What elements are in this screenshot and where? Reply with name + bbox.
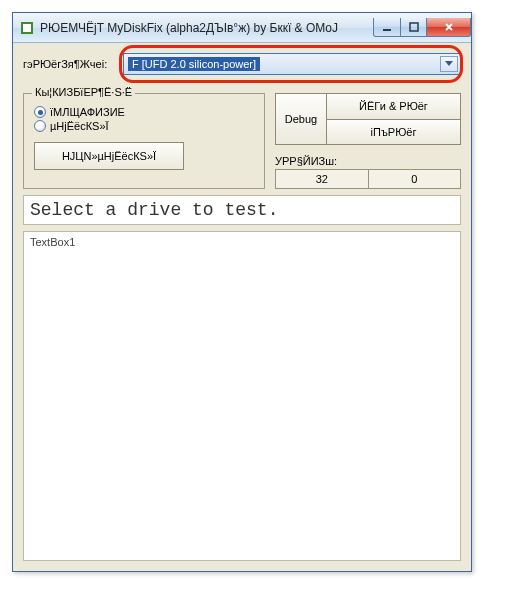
- drive-selected-value: F [UFD 2.0 silicon-power]: [128, 57, 260, 71]
- window-title: РЮЕМЧЁјТ MyDiskFix (alpha2ДЪІв°ж) by Бкк…: [40, 21, 373, 35]
- stat-bad: 0: [369, 169, 462, 189]
- scan-buttons: ЙЁГи & РЮёг іПъРЮёг: [327, 93, 461, 145]
- close-button[interactable]: [427, 18, 471, 37]
- radio-icon: [34, 120, 46, 132]
- output-textbox[interactable]: TextBox1: [23, 231, 461, 561]
- chevron-down-icon[interactable]: [440, 56, 458, 72]
- svg-rect-2: [383, 29, 391, 31]
- status-bar: Select a drive to test.: [23, 195, 461, 225]
- svg-rect-3: [410, 23, 418, 31]
- radio-label: їМЛЩАФИЗИЕ: [50, 106, 125, 118]
- actions-column: Debug ЙЁГи & РЮёг іПъРЮёг УРР§ЙИЗш: 32 0: [275, 93, 461, 189]
- maximize-button[interactable]: [401, 18, 427, 37]
- client-area: гэРЮёгЗя¶Жчеі: F [UFD 2.0 silicon-power]…: [13, 43, 471, 571]
- drive-dropdown[interactable]: F [UFD 2.0 silicon-power]: [123, 53, 461, 75]
- stats-label: УРР§ЙИЗш:: [275, 155, 461, 167]
- scan-repair-button[interactable]: ЙЁГи & РЮёг: [327, 93, 461, 120]
- action-buttons: Debug ЙЁГи & РЮёг іПъРЮёг: [275, 93, 461, 145]
- window-controls: [373, 18, 471, 37]
- radio-label: µНјЁёcКS»Ї: [50, 120, 109, 132]
- radio-option-low[interactable]: µНјЁёcКS»Ї: [34, 120, 254, 132]
- full-repair-label: іПъРЮёг: [371, 126, 417, 138]
- full-repair-button[interactable]: іПъРЮёг: [327, 120, 461, 146]
- stat-valid: 32: [275, 169, 369, 189]
- drive-row: гэРЮёгЗя¶Жчеі: F [UFD 2.0 silicon-power]: [23, 53, 461, 75]
- stats-row: 32 0: [275, 169, 461, 189]
- radio-icon: [34, 106, 46, 118]
- options-row: Кы¦КИЗБїЕР¶Ё·S·Ё їМЛЩАФИЗИЕ µНјЁёcКS»Ї Н…: [23, 93, 461, 189]
- mode-groupbox: Кы¦КИЗБїЕР¶Ё·S·Ё їМЛЩАФИЗИЕ µНјЁёcКS»Ї Н…: [23, 93, 265, 189]
- debug-label: Debug: [285, 113, 317, 125]
- minimize-button[interactable]: [373, 18, 401, 37]
- scan-repair-label: ЙЁГи & РЮёг: [359, 100, 428, 112]
- debug-button[interactable]: Debug: [275, 93, 327, 145]
- fix-button[interactable]: НЈЦN»µНјЁёcКS»Ї: [34, 142, 184, 170]
- application-window: РЮЕМЧЁјТ MyDiskFix (alpha2ДЪІв°ж) by Бкк…: [12, 12, 472, 572]
- mode-legend: Кы¦КИЗБїЕР¶Ё·S·Ё: [32, 86, 135, 98]
- app-icon: [19, 20, 35, 36]
- drive-label: гэРЮёгЗя¶Жчеі:: [23, 58, 119, 70]
- fix-button-label: НЈЦN»µНјЁёcКS»Ї: [62, 150, 156, 162]
- titlebar: РЮЕМЧЁјТ MyDiskFix (alpha2ДЪІв°ж) by Бкк…: [13, 13, 471, 43]
- radio-option-full[interactable]: їМЛЩАФИЗИЕ: [34, 106, 254, 118]
- svg-rect-1: [23, 24, 31, 32]
